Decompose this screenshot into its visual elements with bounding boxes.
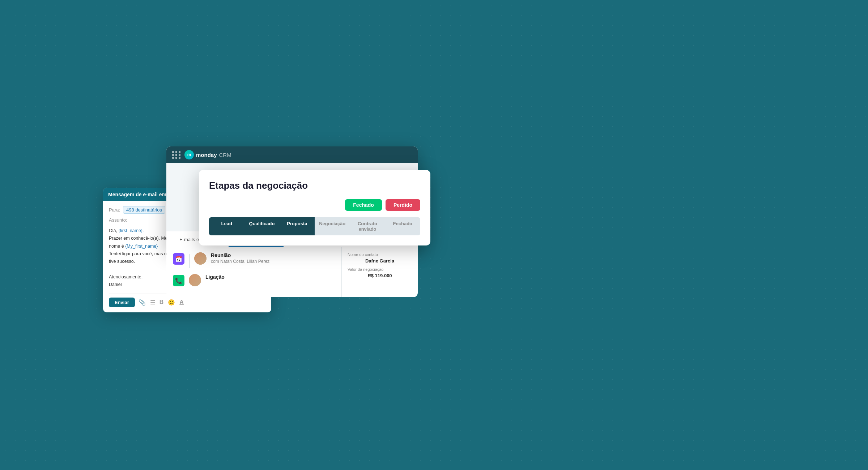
grid-icon[interactable] [172,151,181,159]
email-body-line4: Tentei ligar para você, mas não [109,251,172,256]
stages-pipeline: Lead Qualificado Proposta Negociação Con… [209,217,420,235]
crm-deal-sidebar: Nome do contato Dafne Garcia Valor da ne… [342,247,418,297]
email-subject-label: Assunto: [109,217,127,223]
send-button[interactable]: Enviar [109,298,135,307]
deal-value: R$ 119.000 [348,273,412,278]
email-body-firstname: {first_name}. [118,228,144,233]
crm-topbar: m monday CRM [166,146,418,163]
email-body-line2: Prazer em conhecê-lo(a). Meu [109,236,170,241]
crm-body-row: 📅 Reunião com Natan Costa, Lilian Perez … [166,247,418,297]
activity-info-1: Reunião com Natan Costa, Lilian Perez [211,252,269,264]
email-to-label: Para: [109,207,120,213]
contact-name-value: Dafne Garcia [348,258,412,264]
stage-qualificado[interactable]: Qualificado [244,217,279,235]
bold-icon[interactable]: B [159,299,164,306]
activity-line-1 [189,254,190,268]
email-body-greeting: Olá, [109,228,118,233]
avatar-img-2 [189,274,201,286]
email-body-myfirstname: {My_first_name} [125,244,158,249]
stage-fechado[interactable]: Fechado [385,217,420,235]
btn-fechado[interactable]: Fechado [345,199,382,211]
deal-value-label: Valor da negociação [348,267,412,272]
stage-proposta[interactable]: Proposta [280,217,315,235]
email-body-sign1: Atenciosamente, [109,274,142,279]
email-body-line5: tive sucesso. [109,259,135,264]
avatar-img-1 [194,252,207,265]
contact-name-label: Nome do contato [348,252,412,257]
monday-logo: m monday CRM [184,150,231,159]
email-body-sign2: Daniel [109,282,122,287]
attachment-icon[interactable]: 📎 [139,299,146,306]
email-recipients-badge[interactable]: 498 destinatários [123,206,165,214]
monday-logo-icon: m [184,150,194,159]
activity-reuniao: 📅 Reunião com Natan Costa, Lilian Perez [173,252,335,268]
stage-lead[interactable]: Lead [209,217,244,235]
crm-activities: 📅 Reunião com Natan Costa, Lilian Perez … [166,247,342,297]
list-icon[interactable]: ☰ [150,299,155,306]
activity-avatar-1 [194,252,207,265]
activity-avatar-2 [189,274,201,286]
stage-contrato-enviado[interactable]: Contrato enviado [350,217,385,235]
activity-subtitle-1: com Natan Costa, Lilian Perez [211,259,269,264]
deal-stages-title: Etapas da negociação [209,180,420,191]
deal-stages-action-row: Fechado Perdido [209,199,420,211]
activity-info-2: Ligação [205,274,225,281]
email-body-nameline: nome é [109,244,125,249]
activity-title-1: Reunião [211,252,269,258]
stage-negociacao[interactable]: Negociação [315,217,350,235]
email-footer-icons: 📎 ☰ B 🙂 A [139,299,184,306]
font-icon[interactable]: A [179,299,184,306]
emoji-icon[interactable]: 🙂 [168,299,175,306]
activity-icon-call: 📞 [173,275,184,286]
btn-perdido[interactable]: Perdido [386,199,420,211]
activity-icon-meeting: 📅 [173,253,184,265]
deal-stages-modal: Etapas da negociação Fechado Perdido Lea… [199,170,430,245]
activity-ligacao: 📞 Ligação [173,274,335,286]
monday-logo-text: monday [196,152,217,158]
monday-logo-crm: CRM [219,152,231,158]
activity-title-2: Ligação [205,274,225,280]
